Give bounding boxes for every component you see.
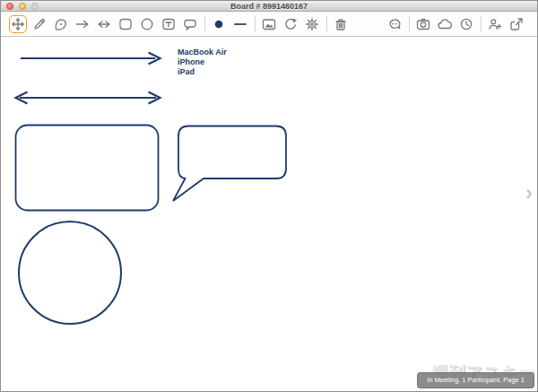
arrow-tool-button[interactable] [74, 15, 91, 33]
move-tool-button[interactable] [9, 15, 27, 33]
ellipse-tool-button[interactable] [138, 15, 156, 33]
speech-bubble-tool-button[interactable] [181, 15, 199, 33]
cloud-save-icon [437, 16, 453, 32]
rectangle-tool-button[interactable] [117, 15, 134, 33]
titlebar: Board # 8991460167 [1, 1, 537, 12]
shape-rounded-rectangle[interactable] [16, 126, 159, 211]
spotlight-tool-button[interactable] [52, 15, 70, 33]
color-swatch-button[interactable] [210, 15, 228, 33]
clear-icon [282, 16, 299, 32]
shape-arrow-right[interactable] [21, 53, 161, 65]
double-arrow-icon [96, 16, 112, 32]
toolbar [1, 12, 537, 37]
rounded-rect-icon [117, 16, 134, 32]
double-arrow-tool-button[interactable] [95, 15, 113, 33]
status-badge: In Meeting, 1 Participant, Page 1 [417, 372, 534, 388]
whiteboard-canvas[interactable]: MacBook Air iPhone iPad › 週刊アスキー In Meet… [1, 38, 537, 391]
next-page-chevron[interactable]: › [522, 179, 536, 208]
settings-button[interactable] [303, 15, 321, 33]
history-clock-icon [458, 16, 474, 32]
toolbar-left-group [9, 15, 353, 33]
toolbar-separator [255, 16, 256, 31]
toolbar-separator [481, 16, 482, 31]
share-button[interactable] [508, 15, 525, 33]
insert-image-button[interactable] [260, 15, 278, 33]
canvas-text-line: MacBook Air [178, 48, 227, 57]
cloud-save-button[interactable] [436, 15, 454, 33]
snapshot-button[interactable] [414, 15, 432, 33]
color-dot-icon [211, 16, 227, 32]
history-button[interactable] [457, 15, 475, 33]
textbox-icon [161, 16, 177, 32]
line-width-button[interactable] [231, 15, 249, 33]
shape-double-arrow[interactable] [16, 92, 161, 104]
pencil-tool-button[interactable] [30, 15, 48, 33]
feedback-chat-button[interactable] [386, 15, 404, 33]
share-icon [508, 16, 525, 32]
canvas-text-line: iPad [178, 67, 227, 77]
textbox-tool-button[interactable] [160, 15, 178, 33]
trash-icon [333, 16, 349, 32]
shape-circle[interactable] [19, 222, 121, 324]
pencil-icon [31, 16, 48, 32]
toolbar-separator [326, 16, 327, 31]
speech-bubble-icon [182, 16, 198, 32]
line-width-icon [232, 16, 248, 32]
settings-gear-icon [304, 16, 320, 32]
whiteboard-window: Board # 8991460167 [0, 0, 538, 392]
spotlight-icon [53, 16, 69, 32]
toolbar-separator [409, 16, 410, 31]
canvas-text-block[interactable]: MacBook Air iPhone iPad [178, 48, 227, 77]
drawn-shapes-layer [1, 38, 538, 392]
add-participant-icon [487, 16, 503, 32]
clear-page-button[interactable] [282, 15, 299, 33]
ellipse-icon [139, 16, 155, 32]
add-participant-button[interactable] [486, 15, 504, 33]
arrow-icon [74, 16, 91, 32]
trash-button[interactable] [332, 15, 350, 33]
feedback-chat-icon [386, 16, 403, 32]
move-icon [10, 16, 26, 32]
toolbar-right-group [386, 15, 529, 33]
canvas-text-line: iPhone [178, 57, 227, 67]
window-title: Board # 8991460167 [1, 1, 537, 12]
camera-snapshot-icon [415, 16, 431, 32]
shape-speech-bubble[interactable] [173, 126, 286, 202]
toolbar-separator [204, 16, 205, 31]
image-icon [261, 16, 277, 32]
